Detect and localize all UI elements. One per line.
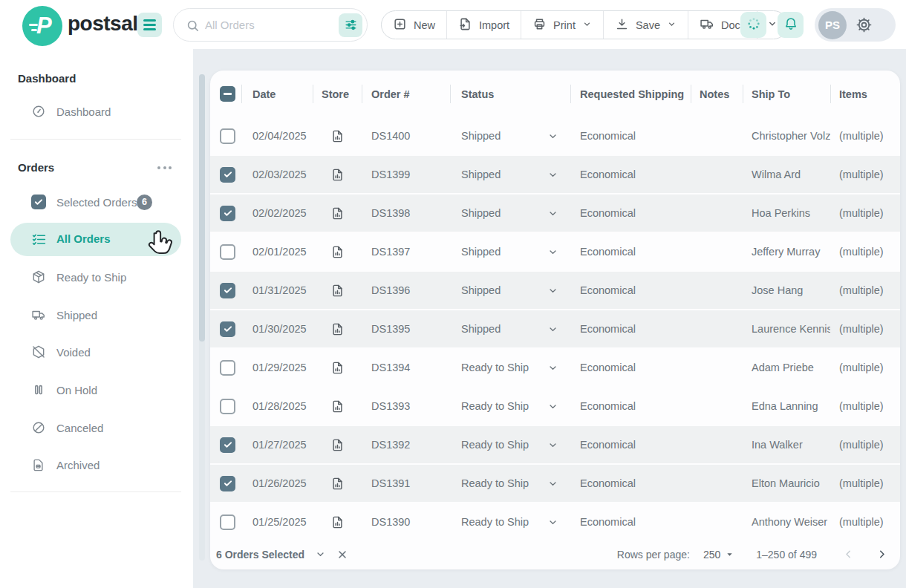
column-header-status[interactable]: Status xyxy=(450,71,570,117)
clear-selection-close-icon[interactable] xyxy=(336,549,348,561)
status-dropdown-chevron-icon[interactable] xyxy=(547,362,558,373)
file-chart-icon[interactable] xyxy=(330,245,345,259)
selection-summary[interactable]: 6 Orders Selected xyxy=(216,549,304,561)
cell-status: Ready to Ship xyxy=(450,349,570,386)
check-icon xyxy=(223,478,233,489)
column-header-notes[interactable]: Notes xyxy=(691,71,743,117)
file-chart-icon[interactable] xyxy=(330,515,345,529)
cancel-circle-icon xyxy=(31,420,46,435)
app-window: P postsale™ New Import xyxy=(0,0,906,588)
table-row[interactable]: 01/26/2025 DS1391 Ready to Ship Economic… xyxy=(210,465,900,503)
new-button[interactable]: New xyxy=(382,11,447,39)
cell-order-number: DS1398 xyxy=(362,195,450,232)
filter-sliders-icon[interactable] xyxy=(339,13,362,37)
file-chart-icon[interactable] xyxy=(330,361,345,375)
file-chart-icon[interactable] xyxy=(330,284,345,298)
table-row[interactable]: 01/31/2025 DS1396 Shipped Economical Jos… xyxy=(210,272,900,310)
table-row[interactable]: 01/25/2025 DS1390 Ready to Ship Economic… xyxy=(210,503,900,542)
status-dropdown-chevron-icon[interactable] xyxy=(547,440,558,451)
table-row[interactable]: 02/04/2025 DS1400 Shipped Economical Chr… xyxy=(210,117,900,156)
cell-ship-to: Jeffery Murray xyxy=(743,233,830,270)
save-button[interactable]: Save xyxy=(604,11,688,39)
status-dropdown-chevron-icon[interactable] xyxy=(547,285,558,296)
sidebar-item-all-orders[interactable]: All Orders xyxy=(10,223,181,256)
search-bar[interactable] xyxy=(173,8,368,42)
sidebar-divider xyxy=(10,139,181,140)
row-checkbox[interactable] xyxy=(220,206,235,221)
file-chart-icon[interactable] xyxy=(330,399,345,414)
table-scrollbar-thumb[interactable] xyxy=(199,74,205,342)
orders-menu-icon[interactable] xyxy=(157,166,172,169)
cell-requested-shipping: Economical xyxy=(570,426,691,463)
gauge-icon xyxy=(31,104,46,119)
column-header-order[interactable]: Order # xyxy=(362,71,450,117)
notifications-button[interactable] xyxy=(778,12,804,38)
checklist-icon xyxy=(31,232,47,250)
column-header-store[interactable]: Store xyxy=(313,71,362,117)
column-header-requested-shipping[interactable]: Requested Shipping xyxy=(570,71,691,117)
table-row[interactable]: 01/28/2025 DS1393 Ready to Ship Economic… xyxy=(210,388,900,426)
selection-chevron-down-icon[interactable] xyxy=(315,549,326,560)
column-header-ship-to[interactable]: Ship To xyxy=(743,71,830,117)
table-row[interactable]: 01/29/2025 DS1394 Ready to Ship Economic… xyxy=(210,349,900,388)
plus-square-icon xyxy=(393,17,407,33)
table-row[interactable]: 01/27/2025 DS1392 Ready to Ship Economic… xyxy=(210,426,900,465)
cell-order-number: DS1391 xyxy=(362,465,450,502)
row-checkbox[interactable] xyxy=(220,321,235,337)
table-row[interactable]: 02/02/2025 DS1398 Shipped Economical Hoa… xyxy=(210,195,900,233)
row-checkbox[interactable] xyxy=(220,244,235,260)
avatar[interactable]: PS xyxy=(818,11,847,39)
sidebar-item-canceled[interactable]: Canceled xyxy=(0,416,193,439)
status-dropdown-chevron-icon[interactable] xyxy=(547,208,558,219)
column-header-date[interactable]: Date xyxy=(241,71,313,117)
spinner-dots-button[interactable] xyxy=(740,12,766,38)
status-dropdown-chevron-icon[interactable] xyxy=(547,517,558,528)
status-dropdown-chevron-icon[interactable] xyxy=(547,401,558,412)
status-dropdown-chevron-icon[interactable] xyxy=(547,478,558,489)
file-chart-icon[interactable] xyxy=(330,438,345,452)
status-dropdown-chevron-icon[interactable] xyxy=(547,246,558,258)
sidebar-item-shipped[interactable]: Shipped xyxy=(0,304,193,326)
column-header-items[interactable]: Items xyxy=(830,71,900,117)
rows-per-page-select[interactable]: 250 xyxy=(703,549,734,561)
previous-page-chevron-left-icon[interactable] xyxy=(842,548,855,561)
row-checkbox[interactable] xyxy=(220,437,235,453)
sidebar-item-ready-to-ship[interactable]: Ready to Ship xyxy=(0,266,193,288)
sidebar-item-on-hold[interactable]: On Hold xyxy=(0,379,193,401)
row-checkbox[interactable] xyxy=(220,360,235,376)
file-chart-icon[interactable] xyxy=(330,206,345,220)
file-chart-icon[interactable] xyxy=(330,168,345,182)
file-chart-icon[interactable] xyxy=(330,322,345,336)
status-dropdown-chevron-icon[interactable] xyxy=(547,131,558,142)
table-row[interactable]: 01/30/2025 DS1395 Shipped Economical Lau… xyxy=(210,310,900,349)
hamburger-menu-button[interactable] xyxy=(137,13,162,37)
next-page-chevron-right-icon[interactable] xyxy=(876,548,888,561)
table-body: 02/04/2025 DS1400 Shipped Economical Chr… xyxy=(210,117,900,542)
search-input[interactable] xyxy=(205,10,324,39)
import-button[interactable]: Import xyxy=(447,11,521,39)
sidebar-item-voided[interactable]: Voided xyxy=(0,341,193,363)
cell-status: Shipped xyxy=(450,272,570,309)
table-row[interactable]: 02/01/2025 DS1397 Shipped Economical Jef… xyxy=(210,233,900,272)
row-checkbox[interactable] xyxy=(220,476,235,491)
row-checkbox[interactable] xyxy=(220,128,235,144)
status-dropdown-chevron-icon[interactable] xyxy=(547,324,558,335)
truck-icon xyxy=(700,16,714,33)
row-checkbox[interactable] xyxy=(220,167,235,183)
cell-items: (multiple) xyxy=(830,117,900,154)
select-all-checkbox[interactable] xyxy=(220,86,235,102)
sidebar-item-archived[interactable]: Archived xyxy=(0,454,193,476)
gear-icon[interactable] xyxy=(856,16,873,33)
table-footer: 6 Orders Selected Rows per page: 250 1–2… xyxy=(210,542,900,569)
cell-ship-to: Adam Priebe xyxy=(743,349,830,386)
print-button[interactable]: Print xyxy=(521,11,604,39)
row-checkbox[interactable] xyxy=(220,283,235,298)
row-checkbox[interactable] xyxy=(220,399,235,414)
file-chart-icon[interactable] xyxy=(330,477,345,491)
sidebar-item-dashboard[interactable]: Dashboard xyxy=(0,100,193,122)
file-chart-icon[interactable] xyxy=(330,129,345,143)
sidebar-item-selected-orders[interactable]: Selected Orders 6 xyxy=(0,191,193,213)
table-row[interactable]: 02/03/2025 DS1399 Shipped Economical Wil… xyxy=(210,156,900,195)
row-checkbox[interactable] xyxy=(220,514,235,530)
status-dropdown-chevron-icon[interactable] xyxy=(547,169,558,180)
